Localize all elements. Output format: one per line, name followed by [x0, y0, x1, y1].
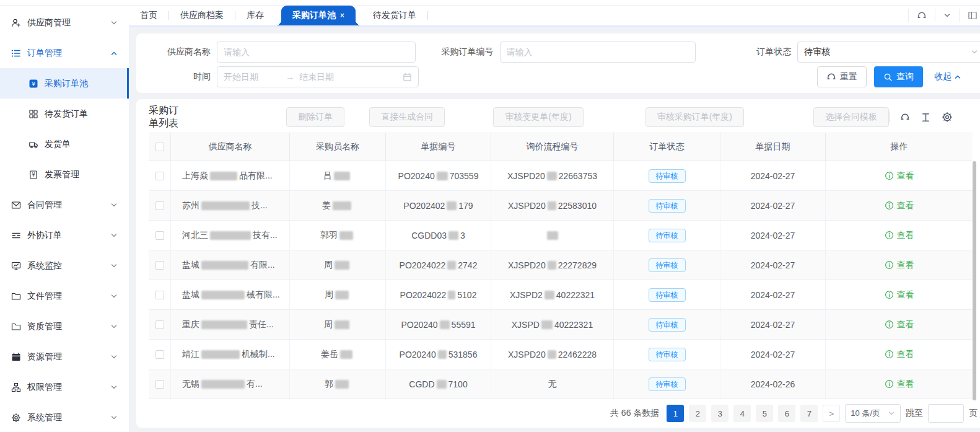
table-scrollbar[interactable] — [973, 161, 976, 400]
end-date-input[interactable] — [299, 72, 356, 82]
cell-text: 郭 — [325, 379, 333, 390]
table-row-5: 重庆责任...周PO2024055591XJSPD40222321待审核2024… — [149, 310, 973, 340]
toolbar-button-2[interactable]: 审核变更单(年度) — [493, 107, 583, 127]
sidebar-item-5[interactable]: 文件管理 — [0, 281, 129, 311]
row-checkbox[interactable] — [155, 350, 164, 359]
page-button-2[interactable]: 2 — [689, 405, 706, 422]
chevron-down-icon — [110, 232, 118, 239]
expand-icon[interactable] — [959, 9, 980, 22]
view-link[interactable]: 查看 — [885, 260, 914, 271]
toolbar-button-3[interactable]: 审核采购订单(年度) — [645, 107, 744, 127]
view-link[interactable]: 查看 — [885, 170, 914, 182]
cell-text: CGDD03 — [411, 231, 447, 240]
sidebar-subitem-1-2[interactable]: 发货单 — [0, 129, 129, 159]
collapse-link[interactable]: 收起 — [934, 71, 961, 82]
sidebar-item-0[interactable]: 供应商管理 — [0, 7, 129, 38]
page-button-4[interactable]: 4 — [733, 405, 751, 422]
toolbar-button-4[interactable]: 选择合同模板 — [813, 107, 889, 127]
sidebar-item-2[interactable]: 合同管理 — [0, 190, 129, 220]
tab-0[interactable]: 首页 — [129, 6, 168, 25]
page-button-3[interactable]: 3 — [711, 405, 728, 422]
jump-page-input[interactable] — [928, 404, 964, 423]
row-checkbox[interactable] — [155, 231, 164, 240]
redacted-text — [201, 291, 245, 299]
sidebar-item-7[interactable]: 资源管理 — [0, 342, 129, 372]
total-count: 共 66 条数据 — [610, 408, 659, 419]
supplier-name-field[interactable] — [217, 42, 416, 63]
page-button-6[interactable]: 6 — [778, 405, 795, 422]
select-all-checkbox[interactable] — [155, 143, 164, 151]
query-button[interactable]: 查询 — [874, 66, 923, 87]
info-icon — [885, 379, 894, 389]
row-checkbox-cell — [149, 340, 171, 369]
actions-cell: 查看 — [826, 221, 973, 250]
date-range-field[interactable]: → — [217, 66, 419, 87]
toolbar-button-0[interactable]: 删除订单 — [286, 107, 344, 127]
row-checkbox[interactable] — [155, 380, 164, 389]
order-date-cell: 2024-02-27 — [720, 310, 826, 339]
view-link[interactable]: 查看 — [885, 349, 914, 360]
sidebar-item-3[interactable]: 外协订单 — [0, 220, 129, 250]
supplier-name-input[interactable] — [224, 47, 409, 57]
tab-close-icon[interactable]: × — [340, 11, 344, 20]
status-badge: 待审核 — [649, 377, 686, 391]
row-checkbox[interactable] — [155, 261, 164, 270]
refresh-icon[interactable] — [908, 9, 935, 22]
view-link[interactable]: 查看 — [885, 200, 914, 211]
sidebar-item-4[interactable]: 系统监控 — [0, 250, 129, 281]
cell-text: PO20240 — [401, 320, 437, 330]
tab-3[interactable]: 采购订单池× — [281, 6, 356, 25]
mail-icon — [11, 200, 21, 210]
sidebar-item-6[interactable]: 资质管理 — [0, 311, 129, 342]
actions-cell: 查看 — [826, 310, 973, 339]
refresh-table-icon[interactable] — [900, 112, 910, 122]
cell-text: XJSPD — [512, 320, 540, 330]
start-date-input[interactable] — [224, 72, 281, 82]
row-checkbox[interactable] — [155, 320, 164, 329]
view-link[interactable]: 查看 — [885, 289, 914, 301]
info-icon — [885, 350, 894, 359]
tab-4[interactable]: 待发货订单 — [362, 6, 427, 25]
sidebar-subitem-1-1[interactable]: 待发货订单 — [0, 99, 129, 129]
sidebar-subitem-1-3[interactable]: ¥发票管理 — [0, 159, 129, 190]
cell-text: 盐城 — [182, 289, 199, 301]
order-status-select[interactable]: 待审核 — [797, 42, 980, 63]
sidebar-item-9[interactable]: 系统管理 — [0, 402, 129, 432]
row-checkbox[interactable] — [155, 291, 164, 299]
order-status-value: 待审核 — [804, 46, 830, 58]
page-button-1[interactable]: 1 — [667, 405, 684, 422]
tab-2[interactable]: 库存 — [235, 6, 275, 25]
chevron-down-icon — [110, 201, 118, 209]
row-checkbox[interactable] — [155, 201, 164, 210]
chevron-down-icon[interactable] — [935, 9, 959, 22]
header-cell-0: 供应商名称 — [171, 133, 290, 161]
redacted-text — [541, 320, 553, 329]
order-no-input[interactable] — [507, 47, 689, 57]
row-checkbox-cell — [149, 161, 171, 190]
redacted-text — [335, 320, 349, 329]
supplier-name-cell: 重庆责任... — [171, 310, 290, 339]
order-no-field[interactable] — [500, 42, 696, 63]
tab-1[interactable]: 供应商档案 — [169, 6, 235, 25]
page-button-5[interactable]: 5 — [756, 405, 773, 422]
next-page-button[interactable]: > — [823, 405, 840, 422]
view-link[interactable]: 查看 — [885, 379, 914, 390]
reset-button[interactable]: 重置 — [817, 66, 867, 87]
inquiry-no-cell: 无 — [491, 369, 614, 399]
toolbar-button-1[interactable]: 直接生成合同 — [369, 107, 445, 127]
view-link[interactable]: 查看 — [885, 319, 914, 330]
sidebar-item-8[interactable]: 权限管理 — [0, 372, 129, 402]
page-button-7[interactable]: 7 — [800, 405, 818, 422]
cell-text: 械有限... — [247, 289, 280, 301]
order-date-cell: 2024-02-27 — [720, 191, 826, 220]
cell-text: PO2024022 — [400, 260, 446, 270]
view-link[interactable]: 查看 — [885, 230, 914, 241]
page-size-select[interactable]: 10 条/页 — [845, 404, 901, 423]
actions-cell: 查看 — [826, 191, 973, 220]
row-density-icon[interactable] — [921, 112, 931, 123]
yuan-square-icon: ¥ — [28, 79, 38, 89]
column-settings-icon[interactable] — [942, 112, 953, 123]
row-checkbox[interactable] — [155, 172, 164, 180]
sidebar-item-1[interactable]: 订单管理 — [0, 38, 129, 68]
sidebar-subitem-1-0[interactable]: ¥采购订单池 — [0, 68, 129, 99]
